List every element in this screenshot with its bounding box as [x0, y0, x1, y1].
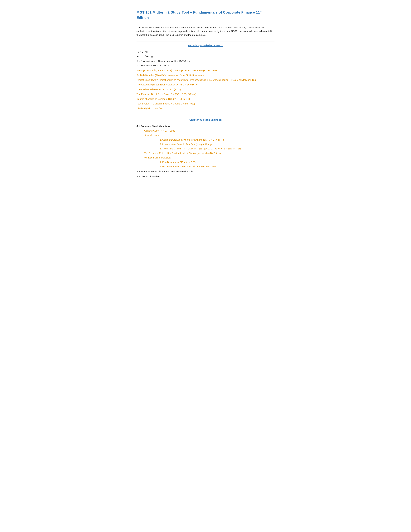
formula-line-2: P₀ = D₁ / (R – g): [137, 55, 274, 58]
valuation-multiples-label: Valuation Using Multiples:: [144, 156, 274, 160]
section-divider-top: [137, 41, 274, 41]
special-case-1: 1. Constant Growth (Dividend Growth Mode…: [160, 138, 274, 142]
formula-line-11: Degree of operating leverage (DOL) = 1 +…: [137, 97, 274, 101]
chapter8-section: Chapter #8 Stock Valuation 8.1 Common St…: [137, 118, 274, 178]
required-return-line: The Required Return: R = Dividend yield …: [144, 152, 274, 155]
special-cases-label: Special cases:: [144, 134, 274, 137]
general-case-line: General Case: P₀=(D₁+P₁)/ (1+R): [144, 129, 274, 133]
valuation-multiple-2: 2. Pₜ = Benchmark price-sales ratio X Sa…: [160, 165, 274, 169]
title-section: MGT 181 Midterm 2 Study Tool – Fundament…: [137, 10, 274, 22]
formula-line-5: Average Accounting Return (AAR) = Averag…: [137, 69, 274, 72]
formula-line-6: Profitability Index (PI) = PV of future …: [137, 74, 274, 77]
subsection-83-heading: 8.3 The Stock Markets: [137, 175, 274, 179]
formulas-header-row: Formulas provided on Exam 2.: [137, 44, 274, 48]
formula-line-4: P = Benchmark PE ratio X EPS: [137, 64, 274, 67]
formula-line-9: The Cash Breakeven Point, Q= FC/ (P – v): [137, 88, 274, 91]
general-case-block: General Case: P₀=(D₁+P₁)/ (1+R) Special …: [144, 129, 274, 169]
formulas-block: P₀ = D₀ / R P₀ = D₁ / (R – g) R = Divide…: [137, 50, 274, 110]
intro-paragraph: This Study Tool is meant communicate the…: [137, 26, 274, 37]
formula-line-7: Project Cash flows = Project operating c…: [137, 78, 274, 82]
formula-line-10: The Financial Break Even Point, Q = (FC …: [137, 92, 274, 96]
special-cases-block: 1. Constant Growth (Dividend Growth Mode…: [160, 138, 274, 151]
formula-line-1: P₀ = D₀ / R: [137, 50, 274, 54]
subsection-81-heading: 8.1 Common Stock Valuation: [137, 124, 274, 128]
page-title: MGT 181 Midterm 2 Study Tool – Fundament…: [137, 10, 262, 20]
valuation-multiple-1: 1. Pₜ = Benchmark PE ratio X EPSₜ: [160, 161, 274, 164]
valuation-multiples-block: 1. Pₜ = Benchmark PE ratio X EPSₜ 2. Pₜ …: [160, 161, 274, 169]
chapter8-title: Chapter #8 Stock Valuation: [189, 118, 222, 121]
special-case-2: 2. Non-constant Growth, Pₜ = Dₜ X (1 + g…: [160, 143, 274, 146]
formula-line-12: Total $ return = Dividend Income + Capit…: [137, 102, 274, 105]
formulas-header: Formulas provided on Exam 2.: [188, 44, 223, 47]
formula-line-3: R = Dividend yield + Capital gain yield …: [137, 59, 274, 63]
formula-line-8: The Accounting Break-Even Quantity, Q = …: [137, 83, 274, 86]
subsection-82-heading: 8.2 Some Features of Common and Preferre…: [137, 170, 274, 173]
formula-line-13: Dividend yield = Dₜ₊₁ / Pₜ: [137, 107, 274, 110]
top-border: [137, 8, 274, 8]
chapter8-title-row: Chapter #8 Stock Valuation: [137, 118, 274, 122]
special-case-3: 3. Two Stage Growth, Pₜ = Dₜ₊₁/ (R – g₂)…: [160, 147, 274, 151]
